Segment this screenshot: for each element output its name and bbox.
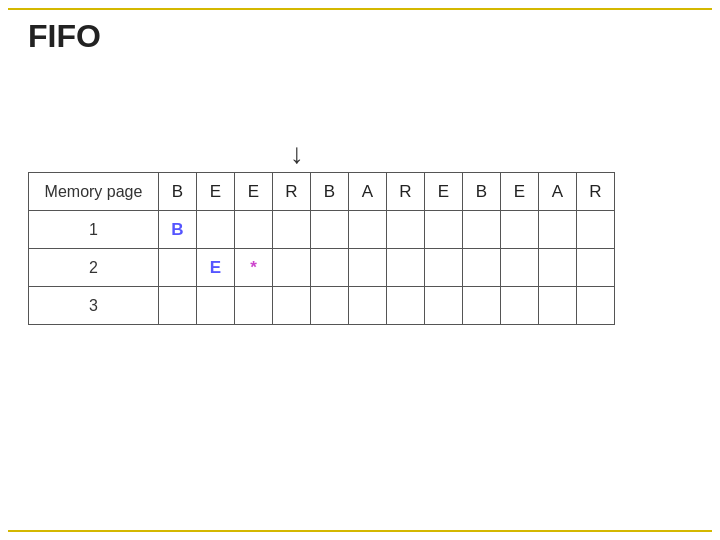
down-arrow-icon: ↓ [290, 140, 304, 168]
table-cell [539, 249, 577, 287]
table-cell: B [159, 211, 197, 249]
table-cell [577, 249, 615, 287]
table-cell [501, 249, 539, 287]
header-cell: B [311, 173, 349, 211]
table-cell [273, 287, 311, 325]
table-cell [197, 287, 235, 325]
table-cell: E [197, 249, 235, 287]
top-border [8, 8, 712, 10]
table-cell [577, 287, 615, 325]
table-cell [349, 287, 387, 325]
table-cell [235, 287, 273, 325]
table-cell [387, 211, 425, 249]
table-cell [349, 211, 387, 249]
table-cell [387, 287, 425, 325]
header-cell: E [501, 173, 539, 211]
fifo-table: Memory pageBEERBAREBEAR1B2E*3 [28, 172, 615, 325]
table-cell: * [235, 249, 273, 287]
table-cell [159, 287, 197, 325]
header-cell: E [197, 173, 235, 211]
table-cell [159, 249, 197, 287]
table-cell [311, 249, 349, 287]
bottom-border [8, 530, 712, 532]
header-cell: E [425, 173, 463, 211]
table-cell [539, 287, 577, 325]
header-cell: R [577, 173, 615, 211]
table-cell [501, 211, 539, 249]
header-cell: B [463, 173, 501, 211]
header-cell: R [387, 173, 425, 211]
table-cell [425, 249, 463, 287]
table-cell [425, 287, 463, 325]
table-cell [425, 211, 463, 249]
page-title: FIFO [28, 18, 101, 55]
table-cell [539, 211, 577, 249]
table-cell [273, 211, 311, 249]
table-cell [463, 249, 501, 287]
table-cell [273, 249, 311, 287]
header-cell: A [539, 173, 577, 211]
table-cell [463, 211, 501, 249]
main-content: ↓ Memory pageBEERBAREBEAR1B2E*3 [28, 140, 692, 325]
table-cell [577, 211, 615, 249]
table-cell [349, 249, 387, 287]
row-label: 3 [29, 287, 159, 325]
arrow-container: ↓ [28, 140, 692, 168]
table-cell [463, 287, 501, 325]
table-cell [387, 249, 425, 287]
header-cell: R [273, 173, 311, 211]
row-label: 1 [29, 211, 159, 249]
header-label: Memory page [29, 173, 159, 211]
table-cell [197, 211, 235, 249]
row-label: 2 [29, 249, 159, 287]
header-cell: B [159, 173, 197, 211]
header-cell: A [349, 173, 387, 211]
table-cell [311, 211, 349, 249]
table-cell [501, 287, 539, 325]
table-cell [235, 211, 273, 249]
table-cell [311, 287, 349, 325]
header-cell: E [235, 173, 273, 211]
